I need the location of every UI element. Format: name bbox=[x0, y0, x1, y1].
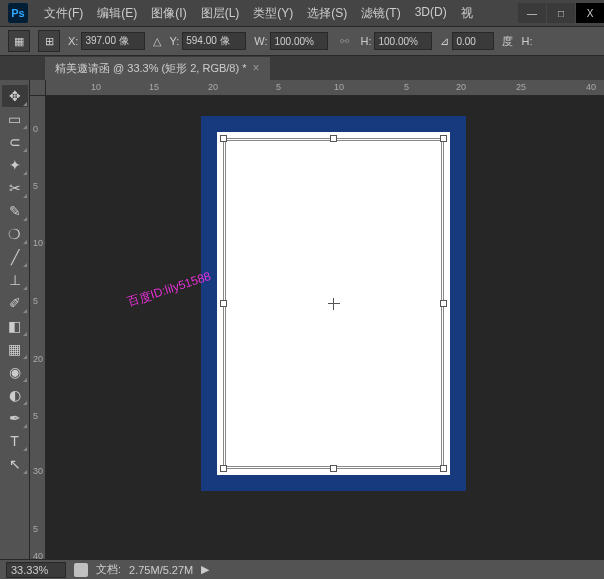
lasso-tool[interactable]: ⊂ bbox=[2, 131, 28, 153]
eyedropper-tool[interactable]: ✎ bbox=[2, 200, 28, 222]
transform-ref-icon[interactable]: ▦ bbox=[8, 30, 30, 52]
menu-file[interactable]: 文件(F) bbox=[38, 1, 89, 26]
blur-tool[interactable]: ◉ bbox=[2, 361, 28, 383]
document-tab[interactable]: 精美邀请函 @ 33.3% (矩形 2, RGB/8) * × bbox=[45, 57, 270, 80]
window-controls: — □ X bbox=[517, 3, 604, 23]
ruler-tick: 10 bbox=[334, 82, 344, 92]
status-arrow-icon[interactable]: ▶ bbox=[201, 563, 209, 576]
ruler-tick: 5 bbox=[33, 181, 38, 191]
link-icon[interactable]: ⚯ bbox=[336, 33, 352, 49]
type-tool[interactable]: T bbox=[2, 430, 28, 452]
close-button[interactable]: X bbox=[576, 3, 604, 23]
handle-top-mid[interactable] bbox=[330, 135, 337, 142]
ruler-tick: 40 bbox=[586, 82, 596, 92]
h-label: H: bbox=[360, 35, 371, 47]
ruler-corner bbox=[30, 80, 46, 96]
xy-swap-icon[interactable]: △ bbox=[153, 35, 161, 48]
ruler-tick: 0 bbox=[33, 124, 38, 134]
document-canvas[interactable] bbox=[201, 116, 466, 491]
menu-layer[interactable]: 图层(L) bbox=[195, 1, 246, 26]
path-tool[interactable]: ↖ bbox=[2, 453, 28, 475]
eraser-tool[interactable]: ◧ bbox=[2, 315, 28, 337]
angle-input[interactable] bbox=[452, 32, 494, 50]
marquee-tool[interactable]: ▭ bbox=[2, 108, 28, 130]
tab-title: 精美邀请函 @ 33.3% (矩形 2, RGB/8) * bbox=[55, 61, 247, 76]
handle-bot-left[interactable] bbox=[220, 465, 227, 472]
handle-top-left[interactable] bbox=[220, 135, 227, 142]
shield-icon bbox=[74, 563, 88, 577]
x-label: X: bbox=[68, 35, 78, 47]
history-brush-tool[interactable]: ✐ bbox=[2, 292, 28, 314]
ruler-horizontal[interactable]: 1015205105202540 bbox=[46, 80, 604, 96]
ruler-tick: 5 bbox=[33, 411, 38, 421]
ruler-tick: 10 bbox=[33, 238, 43, 248]
ruler-tick: 5 bbox=[276, 82, 281, 92]
menu-image[interactable]: 图像(I) bbox=[145, 1, 192, 26]
ruler-tick: 5 bbox=[404, 82, 409, 92]
title-bar: Ps 文件(F) 编辑(E) 图像(I) 图层(L) 类型(Y) 选择(S) 滤… bbox=[0, 0, 604, 26]
ruler-tick: 5 bbox=[33, 296, 38, 306]
w-label: W: bbox=[254, 35, 267, 47]
crop-tool[interactable]: ✂ bbox=[2, 177, 28, 199]
x-input[interactable] bbox=[81, 32, 145, 50]
ruler-tick: 40 bbox=[33, 551, 43, 559]
handle-top-right[interactable] bbox=[440, 135, 447, 142]
app-logo: Ps bbox=[8, 3, 28, 23]
tab-bar: 精美邀请函 @ 33.3% (矩形 2, RGB/8) * × bbox=[0, 56, 604, 80]
ruler-tick: 20 bbox=[208, 82, 218, 92]
move-tool[interactable]: ✥ bbox=[2, 85, 28, 107]
gradient-tool[interactable]: ▦ bbox=[2, 338, 28, 360]
transform-bounds[interactable] bbox=[223, 138, 444, 469]
deg-label: 度 bbox=[502, 34, 513, 49]
magic-wand-tool[interactable]: ✦ bbox=[2, 154, 28, 176]
h-input[interactable] bbox=[374, 32, 432, 50]
angle-label: ⊿ bbox=[440, 35, 449, 48]
workspace: ✥ ▭ ⊂ ✦ ✂ ✎ ❍ ╱ ⊥ ✐ ◧ ▦ ◉ ◐ ✒ T ↖ 101520… bbox=[0, 80, 604, 559]
h2-label: H: bbox=[521, 35, 532, 47]
transform-center-icon[interactable] bbox=[328, 298, 340, 310]
w-input[interactable] bbox=[270, 32, 328, 50]
status-bar: 33.33% 文档: 2.75M/5.27M ▶ bbox=[0, 559, 604, 579]
menu-select[interactable]: 选择(S) bbox=[301, 1, 353, 26]
minimize-button[interactable]: — bbox=[518, 3, 546, 23]
menu-filter[interactable]: 滤镜(T) bbox=[355, 1, 406, 26]
y-input[interactable] bbox=[182, 32, 246, 50]
ruler-tick: 30 bbox=[33, 466, 43, 476]
dodge-tool[interactable]: ◐ bbox=[2, 384, 28, 406]
handle-mid-right[interactable] bbox=[440, 300, 447, 307]
brush-tool[interactable]: ╱ bbox=[2, 246, 28, 268]
ruler-vertical[interactable]: 0510520530540 bbox=[30, 96, 46, 559]
menu-type[interactable]: 类型(Y) bbox=[247, 1, 299, 26]
tab-close-icon[interactable]: × bbox=[253, 61, 260, 75]
ruler-tick: 5 bbox=[33, 524, 38, 534]
healing-tool[interactable]: ❍ bbox=[2, 223, 28, 245]
maximize-button[interactable]: □ bbox=[547, 3, 575, 23]
menu-3d[interactable]: 3D(D) bbox=[409, 1, 453, 26]
pen-tool[interactable]: ✒ bbox=[2, 407, 28, 429]
ruler-tick: 15 bbox=[149, 82, 159, 92]
ruler-tick: 20 bbox=[33, 354, 43, 364]
handle-mid-left[interactable] bbox=[220, 300, 227, 307]
doc-size-value: 2.75M/5.27M bbox=[129, 564, 193, 576]
ruler-tick: 10 bbox=[91, 82, 101, 92]
ruler-tick: 25 bbox=[516, 82, 526, 92]
menu-edit[interactable]: 编辑(E) bbox=[91, 1, 143, 26]
doc-size-label: 文档: bbox=[96, 562, 121, 577]
toolbox: ✥ ▭ ⊂ ✦ ✂ ✎ ❍ ╱ ⊥ ✐ ◧ ▦ ◉ ◐ ✒ T ↖ bbox=[0, 80, 30, 559]
options-bar: ▦ ⊞ X: △ Y: W: ⚯ H: ⊿ 度 H: bbox=[0, 26, 604, 56]
canvas-viewport[interactable]: 百度ID:lily51588 bbox=[46, 96, 604, 559]
transform-grid-icon[interactable]: ⊞ bbox=[38, 30, 60, 52]
stamp-tool[interactable]: ⊥ bbox=[2, 269, 28, 291]
menu-view[interactable]: 视 bbox=[455, 1, 479, 26]
canvas-area: 1015205105202540 0510520530540 百度ID: bbox=[30, 80, 604, 559]
zoom-level[interactable]: 33.33% bbox=[6, 562, 66, 578]
y-label: Y: bbox=[169, 35, 179, 47]
handle-bot-mid[interactable] bbox=[330, 465, 337, 472]
menu-bar: 文件(F) 编辑(E) 图像(I) 图层(L) 类型(Y) 选择(S) 滤镜(T… bbox=[38, 1, 517, 26]
ruler-tick: 20 bbox=[456, 82, 466, 92]
handle-bot-right[interactable] bbox=[440, 465, 447, 472]
